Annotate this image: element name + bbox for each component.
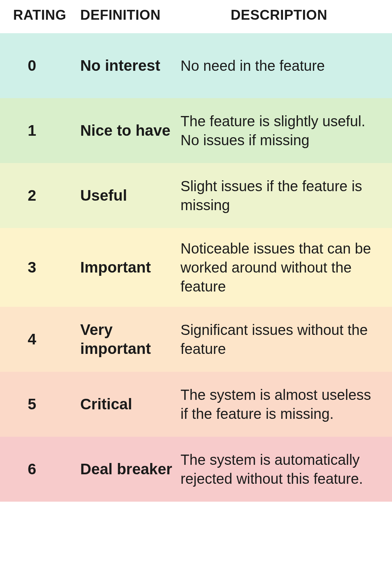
cell-definition: No interest <box>73 56 173 76</box>
cell-description: The feature is slightly useful. No issue… <box>173 112 392 150</box>
table-row: 3 Important Noticeable issues that can b… <box>0 228 392 307</box>
cell-description: Noticeable issues that can be worked aro… <box>173 239 392 296</box>
cell-rating: 5 <box>0 395 73 413</box>
cell-definition: Nice to have <box>73 121 173 140</box>
table-row: 4 Very important Significant issues with… <box>0 307 392 372</box>
table-row: 2 Useful Slight issues if the feature is… <box>0 163 392 228</box>
cell-rating: 6 <box>0 460 73 478</box>
cell-definition: Useful <box>73 186 173 205</box>
cell-definition: Very important <box>73 320 173 359</box>
cell-rating: 2 <box>0 187 73 204</box>
cell-rating: 3 <box>0 259 73 276</box>
cell-definition: Critical <box>73 395 173 414</box>
cell-rating: 0 <box>0 57 73 74</box>
header-definition: DEFINITION <box>73 7 173 23</box>
cell-description: The system is automatically rejected wit… <box>173 450 392 488</box>
table-row: 5 Critical The system is almost useless … <box>0 372 392 437</box>
table-row: 0 No interest No need in the feature <box>0 33 392 98</box>
cell-description: Significant issues without the feature <box>173 320 392 358</box>
cell-rating: 4 <box>0 331 73 348</box>
cell-rating: 1 <box>0 122 73 139</box>
header-description: DESCRIPTION <box>173 7 392 23</box>
rating-scale-table: RATING DEFINITION DESCRIPTION 0 No inter… <box>0 0 392 502</box>
cell-description: Slight issues if the feature is missing <box>173 177 392 215</box>
cell-description: No need in the feature <box>173 56 392 75</box>
cell-definition: Deal breaker <box>73 460 173 479</box>
table-row: 6 Deal breaker The system is automatical… <box>0 437 392 502</box>
table-header-row: RATING DEFINITION DESCRIPTION <box>0 0 392 33</box>
table-row: 1 Nice to have The feature is slightly u… <box>0 98 392 163</box>
cell-definition: Important <box>73 258 173 277</box>
header-rating: RATING <box>0 7 73 23</box>
cell-description: The system is almost useless if the feat… <box>173 385 392 423</box>
